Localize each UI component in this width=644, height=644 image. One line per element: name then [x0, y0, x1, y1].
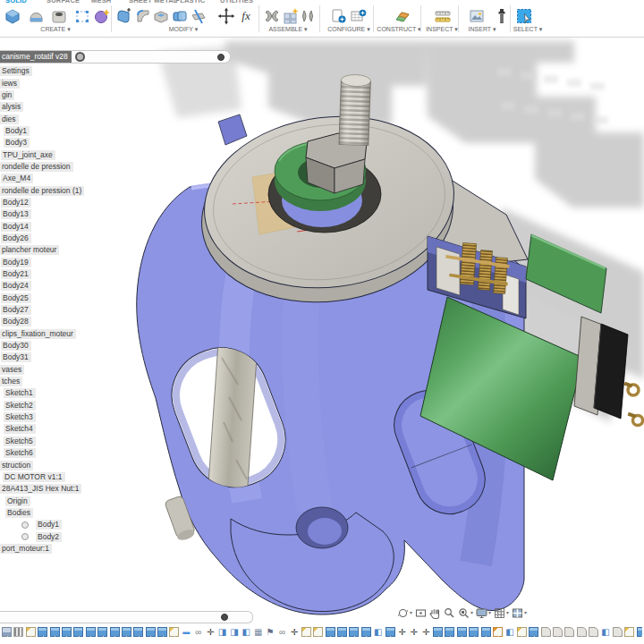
display-settings-icon[interactable]: ▾ [476, 607, 491, 619]
insert-canvas-icon[interactable] [468, 7, 486, 25]
insert-group-label[interactable]: INSERT ▾ [469, 26, 496, 33]
timeline-feature-move[interactable]: ✛ [397, 627, 407, 637]
joint-icon[interactable] [263, 7, 281, 25]
browser-item[interactable]: Body3 [0, 137, 84, 148]
timeline-feature-link[interactable]: ∞ [277, 627, 287, 637]
footer-collapse-button[interactable] [221, 614, 228, 621]
timeline-feature-move[interactable]: ✛ [409, 627, 419, 637]
modify-group-label[interactable]: MODIFY ▾ [169, 26, 199, 33]
browser-item[interactable]: Body13 [0, 208, 84, 220]
timeline-feature-fillet[interactable] [541, 627, 551, 637]
configuration-icon[interactable] [329, 7, 347, 25]
browser-item[interactable]: rondelle de pression [0, 161, 84, 173]
timeline-feature-sketch[interactable] [313, 627, 323, 637]
browser-item[interactable]: Axe_M4 [0, 173, 84, 184]
timeline-feature-sketch[interactable] [517, 627, 527, 637]
timeline-feature-sketch[interactable] [624, 627, 634, 637]
browser-collapse-button[interactable] [217, 54, 225, 61]
select-icon[interactable] [515, 7, 533, 25]
browser-item[interactable]: Sketch4 [0, 423, 84, 435]
timeline-feature-extrude[interactable] [97, 627, 107, 637]
timeline-feature-extrude[interactable] [122, 627, 131, 637]
pan-icon[interactable] [429, 607, 441, 619]
timeline-feature-extrude[interactable] [457, 627, 467, 637]
timeline-feature-extrude[interactable] [146, 627, 156, 637]
viewports-icon[interactable]: ▾ [512, 607, 527, 619]
browser-item[interactable]: alysis [0, 101, 84, 113]
browser-item[interactable]: port_moteur:1 [0, 543, 84, 555]
timeline-feature-fillet[interactable] [589, 627, 598, 637]
browser-item[interactable]: Sketch6 [0, 447, 84, 459]
timeline-feature-extrude[interactable] [386, 627, 395, 637]
visibility-bulb-icon[interactable] [21, 533, 29, 540]
browser-item[interactable]: Body25 [0, 292, 84, 304]
timeline-feature-extrude[interactable] [326, 627, 335, 637]
timeline-feature-sketch[interactable] [26, 627, 36, 637]
browser-item[interactable]: tches [0, 376, 84, 387]
tab-surface[interactable]: SURFACE [47, 0, 80, 5]
timeline-feature-fillet[interactable] [564, 627, 574, 637]
grid-settings-icon[interactable]: ▾ [494, 607, 509, 619]
browser-item[interactable]: Sketch5 [0, 436, 84, 447]
browser-item[interactable]: Body24 [0, 280, 84, 292]
timeline-feature-extrude[interactable] [110, 627, 120, 637]
parameters-icon[interactable]: fx [237, 7, 255, 25]
timeline-feature-flag[interactable]: ⚑ [266, 627, 275, 637]
tab-solid[interactable]: SOLID [5, 0, 27, 5]
timeline-feature-extrude[interactable] [62, 627, 72, 637]
new-body-icon[interactable] [4, 7, 21, 25]
timeline-feature-pattern[interactable]: ▦ [253, 627, 263, 637]
tab-plastic[interactable]: PLASTIC [175, 0, 205, 5]
timeline-feature-extrude[interactable] [361, 627, 371, 637]
orbit-icon[interactable]: ▾ [397, 607, 412, 619]
browser-root-row[interactable]: canisme_rotatif v28 [0, 51, 85, 63]
timeline-feature-move[interactable]: ✛ [289, 627, 299, 637]
browser-item[interactable]: clips_fixation_moteur [0, 328, 84, 340]
tab-utilities[interactable]: UTILITIES [220, 0, 253, 5]
fit-icon[interactable]: ▾ [458, 607, 473, 619]
browser-item[interactable]: Body1 [0, 519, 84, 530]
browser-item[interactable]: Body2 [0, 530, 84, 542]
config-table-icon[interactable] [349, 7, 367, 25]
timeline-feature-sketch[interactable] [301, 627, 311, 637]
timeline-feature-sketch[interactable] [169, 627, 179, 637]
browser-item[interactable]: Settings [0, 65, 84, 77]
browser-item[interactable]: Sketch3 [0, 411, 84, 423]
new-component-icon[interactable] [282, 7, 300, 25]
configure-group-label[interactable]: CONFIGURE ▾ [327, 26, 369, 33]
browser-item[interactable]: Body26 [0, 233, 84, 244]
timeline-feature-split[interactable]: ◨ [217, 627, 227, 637]
viewport-canvas[interactable] [0, 0, 644, 644]
timeline-feature-extrude[interactable] [157, 627, 167, 637]
document-activate-radio[interactable] [75, 52, 85, 62]
browser-item[interactable]: iews [0, 77, 84, 89]
timeline-feature-extrude[interactable] [469, 627, 479, 637]
assemble-group-label[interactable]: ASSEMBLE ▾ [268, 26, 307, 33]
browser-item[interactable]: vases [0, 364, 84, 376]
timeline-feature-split[interactable]: ◨ [229, 627, 239, 637]
timeline-feature-extrude[interactable] [481, 627, 491, 637]
timeline-feature-extrude[interactable] [38, 627, 47, 637]
form-icon[interactable] [93, 7, 111, 25]
press-pull-icon[interactable] [114, 7, 132, 25]
timeline-feature-pill[interactable]: ▬ [182, 627, 191, 637]
move-copy-icon[interactable] [217, 7, 235, 25]
browser-item[interactable]: struction [0, 459, 84, 470]
timeline-feature-combine[interactable]: ◧ [373, 627, 383, 637]
timeline-feature-canvas[interactable] [2, 627, 12, 637]
browser-item[interactable]: plancher moteur [0, 244, 84, 256]
timeline-feature-link[interactable]: ∞ [193, 627, 203, 637]
timeline-feature-combine[interactable]: ◧ [504, 627, 514, 637]
browser-item[interactable]: Body1 [0, 125, 84, 137]
create-selection-icon[interactable] [73, 7, 91, 25]
construct-group-label[interactable]: CONSTRUCT ▾ [377, 26, 420, 33]
timeline-feature-pins[interactable] [13, 627, 23, 637]
measure-icon[interactable] [434, 7, 452, 25]
browser-item[interactable]: rondelle de pression (1) [0, 184, 84, 196]
timeline-feature-combine[interactable]: ◧ [601, 627, 611, 637]
select-group-label[interactable]: SELECT ▾ [513, 26, 543, 33]
browser-item[interactable]: Sketch2 [0, 400, 84, 411]
construct-plane-icon[interactable] [394, 7, 411, 25]
browser-item[interactable]: Sketch1 [0, 387, 84, 399]
tab-mesh[interactable]: MESH [91, 0, 111, 5]
